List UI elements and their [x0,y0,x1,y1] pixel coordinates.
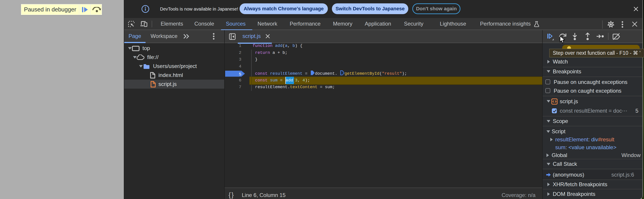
svg-text:5: 5 [239,72,241,77]
